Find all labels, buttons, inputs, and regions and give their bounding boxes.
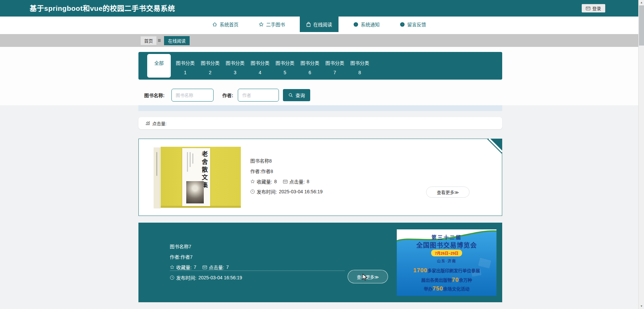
- browser-icon: [283, 179, 288, 184]
- poster-stat-text: 展出各类出版物: [421, 278, 452, 283]
- category-tab-2[interactable]: 图书分类2: [200, 54, 221, 75]
- author-label: 作者:: [222, 92, 233, 99]
- clock-icon: [250, 189, 255, 194]
- book-expo-poster-image: 第三十二届 全国图书交易博览会 7月26日~29日 山东·济南 1700多家出版…: [397, 229, 496, 296]
- breadcrumb-current-button[interactable]: 在线阅读: [164, 36, 190, 45]
- fav-label: 收藏量:: [257, 178, 272, 185]
- nav-label: 系统通知: [361, 21, 380, 28]
- book-title: 图书名称7: [170, 243, 191, 250]
- poster-stat-text: 余万种: [459, 278, 472, 283]
- click-label: 点击量:: [209, 264, 224, 271]
- search-button-label: 查询: [295, 92, 305, 99]
- view-more-button[interactable]: 查看更多≫: [348, 270, 388, 283]
- book-spine: [154, 147, 160, 208]
- fav-value: 7: [194, 264, 196, 270]
- category-number: 4: [250, 70, 270, 75]
- svg-text:!: !: [355, 23, 356, 26]
- poster-stat-3: 举办750余场文化活动: [397, 285, 496, 292]
- category-number: 5: [275, 70, 295, 75]
- click-value: 8: [307, 179, 310, 184]
- nav-label: 系统首页: [220, 21, 238, 28]
- nav-tab-books[interactable]: 二手图书: [253, 17, 290, 32]
- login-label: 登录: [592, 5, 601, 11]
- time-label: 发布时间:: [176, 274, 196, 281]
- category-number: 3: [225, 70, 246, 75]
- category-number: 7: [324, 70, 345, 75]
- author-input[interactable]: [238, 89, 279, 102]
- nav-label: 在线阅读: [313, 21, 332, 28]
- breadcrumb: 首页 在线阅读: [0, 34, 638, 47]
- book-card-2: 图书名称7 作者:作者7 收藏量: 7 点击量: 7 发布时间: 2025-03…: [138, 223, 502, 302]
- header: 基于springboot和vue的校园二手书交易系统 登录: [0, 0, 638, 17]
- category-label: 图书分类: [225, 59, 246, 66]
- sort-bar-clicks[interactable]: 点击量:: [138, 117, 502, 129]
- time-value: 2025-03-04 16:56:19: [279, 189, 323, 194]
- nav-tab-feedback[interactable]: ? 留言反馈: [394, 17, 431, 32]
- search-button[interactable]: 查询: [283, 89, 310, 101]
- view-more-button[interactable]: 查看更多≫: [426, 187, 470, 198]
- category-number: 1: [175, 70, 196, 75]
- category-tab-7[interactable]: 图书分类7: [324, 54, 345, 75]
- nav-tab-reading[interactable]: 在线阅读: [300, 17, 339, 32]
- category-number: 6: [299, 70, 320, 75]
- login-button[interactable]: 登录: [582, 4, 605, 12]
- category-tab-6[interactable]: 图书分类6: [299, 54, 320, 75]
- poster-stat-text: 多家出版印刷发行单位参展: [427, 268, 480, 273]
- click-value: 7: [226, 264, 229, 270]
- home-icon: [212, 22, 217, 27]
- app: 基于springboot和vue的校园二手书交易系统 登录 系统首页 二手图书 …: [0, 0, 644, 309]
- time-label: 发布时间:: [257, 188, 277, 195]
- category-tab-all[interactable]: 全部: [147, 54, 171, 78]
- magnifier-icon: [288, 93, 293, 97]
- book-name-input[interactable]: [171, 89, 214, 102]
- nav-label: 二手图书: [266, 21, 285, 28]
- category-tab-1[interactable]: 图书分类1: [175, 54, 196, 75]
- breadcrumb-separator-icon: [157, 38, 162, 43]
- question-circle-icon: ?: [400, 22, 405, 27]
- nav-label: 留言反馈: [407, 21, 426, 28]
- category-tab-3[interactable]: 图书分类3: [225, 54, 246, 75]
- category-tab-4[interactable]: 图书分类4: [250, 54, 270, 75]
- card-divider: [170, 271, 345, 271]
- chart-icon: [146, 121, 150, 125]
- scrollbar[interactable]: ▲ ▼: [638, 0, 644, 309]
- category-label: 图书分类: [324, 59, 345, 66]
- breadcrumb-home-button[interactable]: 首页: [140, 36, 157, 45]
- poster-title-line1: 第三十二届: [397, 233, 496, 241]
- fav-label: 收藏量:: [176, 264, 192, 271]
- bag-icon: [306, 22, 311, 27]
- poster-title-line2: 全国图书交易博览会: [397, 240, 496, 249]
- book-stats: 收藏量: 7 点击量: 7: [170, 264, 235, 271]
- category-tab-5[interactable]: 图书分类5: [275, 54, 295, 75]
- category-label: 图书分类: [299, 59, 320, 66]
- book-cover-image: 老舍散文集: [150, 145, 243, 211]
- poster-location: 山东·济南: [397, 258, 496, 263]
- category-tab-8[interactable]: 图书分类8: [349, 54, 370, 75]
- category-label: 图书分类: [200, 59, 221, 66]
- category-label: 图书分类: [175, 59, 196, 66]
- nav-tab-notice[interactable]: ! 系统通知: [348, 17, 385, 32]
- scrollbar-thumb[interactable]: [639, 5, 644, 46]
- nav-tab-home[interactable]: 系统首页: [207, 17, 244, 32]
- category-number: 8: [349, 70, 370, 75]
- main-content: 全部 图书分类1 图书分类2 图书分类3 图书分类4 图书分类5 图书分类6 图…: [0, 47, 638, 309]
- scroll-down-arrow-icon[interactable]: ▼: [639, 304, 644, 309]
- category-label: 图书分类: [349, 59, 370, 66]
- star-icon: [259, 22, 264, 27]
- category-label: 图书分类: [275, 59, 295, 66]
- fav-value: 8: [274, 179, 277, 184]
- search-form: 图书名称: 作者: 查询: [138, 88, 502, 102]
- book-cover-panel: 老舍散文集: [182, 148, 210, 206]
- book-title: 图书名称8: [250, 157, 272, 164]
- poster-stat-number: 750: [432, 285, 443, 292]
- poster-stat-text: 举办: [424, 286, 432, 291]
- book-author: 作者:作者7: [170, 253, 193, 260]
- category-number: 2: [200, 70, 221, 75]
- poster-stat-number: 70: [452, 277, 459, 283]
- time-value: 2025-03-04 16:56:19: [198, 275, 242, 280]
- scroll-up-arrow-icon[interactable]: ▲: [639, 0, 644, 5]
- category-label: 图书分类: [250, 59, 270, 66]
- poster-stat-2: 展出各类出版物70余万种: [397, 277, 496, 283]
- poster-date-badge: 7月26日~29日: [431, 250, 462, 256]
- book-author: 作者:作者8: [250, 168, 273, 174]
